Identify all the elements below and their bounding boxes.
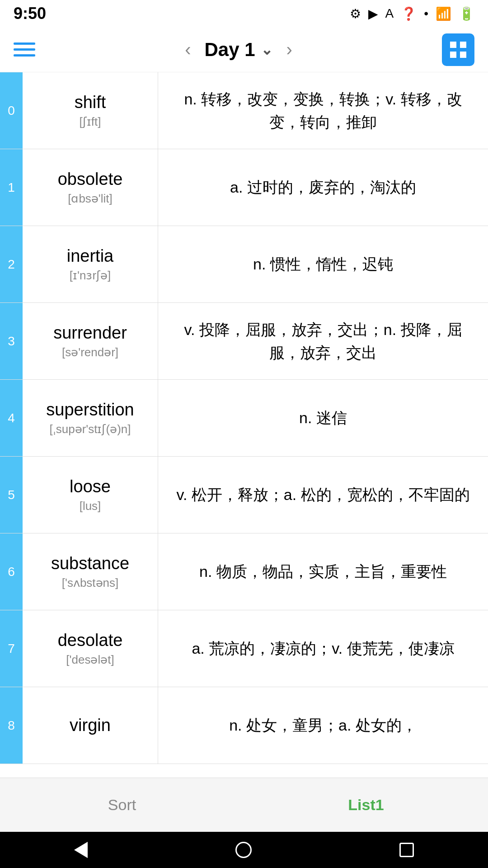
definition-2: n. 惯性，惰性，迟钝 bbox=[158, 226, 488, 302]
word-phonetic-4: [ˌsupər'stɪʃ(ə)n] bbox=[50, 422, 131, 436]
row-index-5: 5 bbox=[0, 457, 23, 533]
word-phonetic-2: [ɪ'nɜrʃə] bbox=[70, 269, 111, 283]
table-row: 4 superstition [ˌsupər'stɪʃ(ə)n] n. 迷信 bbox=[0, 380, 488, 457]
svg-rect-1 bbox=[460, 42, 466, 48]
svg-rect-3 bbox=[460, 52, 466, 58]
row-index-7: 7 bbox=[0, 610, 23, 687]
word-col-6: substance ['sʌbstəns] bbox=[23, 533, 158, 610]
row-index-1: 1 bbox=[0, 149, 23, 226]
android-nav-bar bbox=[0, 832, 488, 868]
status-icons: ⚙ ▶ A ❓ • 📶 🔋 bbox=[350, 6, 475, 21]
row-index-2: 2 bbox=[0, 226, 23, 302]
table-row: 5 loose [lus] v. 松开，释放；a. 松的，宽松的，不牢固的 bbox=[0, 457, 488, 533]
grid-view-button[interactable] bbox=[442, 33, 474, 66]
word-phonetic-6: ['sʌbstəns] bbox=[62, 576, 119, 590]
menu-button[interactable] bbox=[14, 42, 35, 57]
battery-icon: 🔋 bbox=[459, 6, 474, 21]
nav-bar: ‹ Day 1 ⌄ › bbox=[0, 27, 488, 72]
word-col-5: loose [lus] bbox=[23, 457, 158, 533]
word-text-4: superstition bbox=[46, 400, 134, 420]
word-col-8: virgin bbox=[23, 687, 158, 764]
word-col-4: superstition [ˌsupər'stɪʃ(ə)n] bbox=[23, 380, 158, 456]
word-col-1: obsolete [ɑbsə'lit] bbox=[23, 149, 158, 226]
word-text-6: substance bbox=[51, 554, 129, 573]
word-col-0: shift [ʃɪft] bbox=[23, 72, 158, 149]
definition-1: a. 过时的，废弃的，淘汰的 bbox=[158, 149, 488, 226]
word-text-2: inertia bbox=[67, 246, 114, 266]
row-index-8: 8 bbox=[0, 687, 23, 764]
table-row: 6 substance ['sʌbstəns] n. 物质，物品，实质，主旨，重… bbox=[0, 533, 488, 610]
word-phonetic-5: [lus] bbox=[80, 499, 101, 513]
definition-4: n. 迷信 bbox=[158, 380, 488, 456]
word-phonetic-7: ['desələt] bbox=[66, 653, 114, 667]
grid-icon bbox=[447, 39, 469, 61]
word-phonetic-0: [ʃɪft] bbox=[80, 115, 101, 129]
font-icon: A bbox=[385, 6, 394, 21]
word-text-8: virgin bbox=[70, 716, 111, 735]
row-index-0: 0 bbox=[0, 72, 23, 149]
word-col-2: inertia [ɪ'nɜrʃə] bbox=[23, 226, 158, 302]
word-text-0: shift bbox=[75, 93, 106, 112]
tab-list1[interactable]: List1 bbox=[244, 778, 488, 832]
table-row: 0 shift [ʃɪft] n. 转移，改变，变换，转换；v. 转移，改变，转… bbox=[0, 72, 488, 149]
definition-7: a. 荒凉的，凄凉的；v. 使荒芜，使凄凉 bbox=[158, 610, 488, 687]
svg-rect-0 bbox=[450, 42, 456, 48]
row-index-4: 4 bbox=[0, 380, 23, 456]
definition-5: v. 松开，释放；a. 松的，宽松的，不牢固的 bbox=[158, 457, 488, 533]
back-button[interactable] bbox=[74, 842, 88, 858]
prev-button[interactable]: ‹ bbox=[180, 35, 195, 64]
word-list: 0 shift [ʃɪft] n. 转移，改变，变换，转换；v. 转移，改变，转… bbox=[0, 72, 488, 778]
status-bar: 9:50 ⚙ ▶ A ❓ • 📶 🔋 bbox=[0, 0, 488, 27]
definition-6: n. 物质，物品，实质，主旨，重要性 bbox=[158, 533, 488, 610]
nav-controls: ‹ Day 1 ⌄ › bbox=[180, 35, 297, 64]
tab-sort[interactable]: Sort bbox=[0, 778, 244, 832]
table-row: 3 surrender [sə'rendər] v. 投降，屈服，放弃，交出；n… bbox=[0, 303, 488, 380]
next-button[interactable]: › bbox=[282, 35, 297, 64]
word-text-1: obsolete bbox=[58, 170, 123, 189]
settings-icon: ⚙ bbox=[350, 6, 361, 21]
nav-title: Day 1 ⌄ bbox=[204, 39, 272, 61]
word-phonetic-3: [sə'rendər] bbox=[62, 345, 118, 359]
definition-3: v. 投降，屈服，放弃，交出；n. 投降，屈服，放弃，交出 bbox=[158, 303, 488, 379]
recent-button[interactable] bbox=[399, 843, 414, 857]
table-row: 8 virgin n. 处女，童男；a. 处女的， bbox=[0, 687, 488, 764]
table-row: 2 inertia [ɪ'nɜrʃə] n. 惯性，惰性，迟钝 bbox=[0, 226, 488, 303]
word-phonetic-1: [ɑbsə'lit] bbox=[68, 192, 113, 206]
word-text-7: desolate bbox=[58, 631, 123, 650]
signal-icon: 📶 bbox=[436, 6, 451, 21]
word-text-5: loose bbox=[70, 477, 111, 496]
svg-rect-2 bbox=[450, 52, 456, 58]
table-row: 1 obsolete [ɑbsə'lit] a. 过时的，废弃的，淘汰的 bbox=[0, 149, 488, 226]
home-button[interactable] bbox=[235, 842, 252, 858]
definition-0: n. 转移，改变，变换，转换；v. 转移，改变，转向，推卸 bbox=[158, 72, 488, 149]
word-col-7: desolate ['desələt] bbox=[23, 610, 158, 687]
table-row: 7 desolate ['desələt] a. 荒凉的，凄凉的；v. 使荒芜，… bbox=[0, 610, 488, 687]
bottom-tab-bar: Sort List1 bbox=[0, 778, 488, 832]
chevron-down-icon: ⌄ bbox=[261, 41, 273, 58]
dot-icon: • bbox=[424, 6, 428, 21]
row-index-3: 3 bbox=[0, 303, 23, 379]
word-col-3: surrender [sə'rendər] bbox=[23, 303, 158, 379]
definition-8: n. 处女，童男；a. 处女的， bbox=[158, 687, 488, 764]
status-time: 9:50 bbox=[14, 4, 46, 23]
word-text-3: surrender bbox=[53, 323, 127, 343]
play-icon: ▶ bbox=[368, 6, 378, 21]
wifi-icon: ❓ bbox=[401, 6, 417, 21]
row-index-6: 6 bbox=[0, 533, 23, 610]
